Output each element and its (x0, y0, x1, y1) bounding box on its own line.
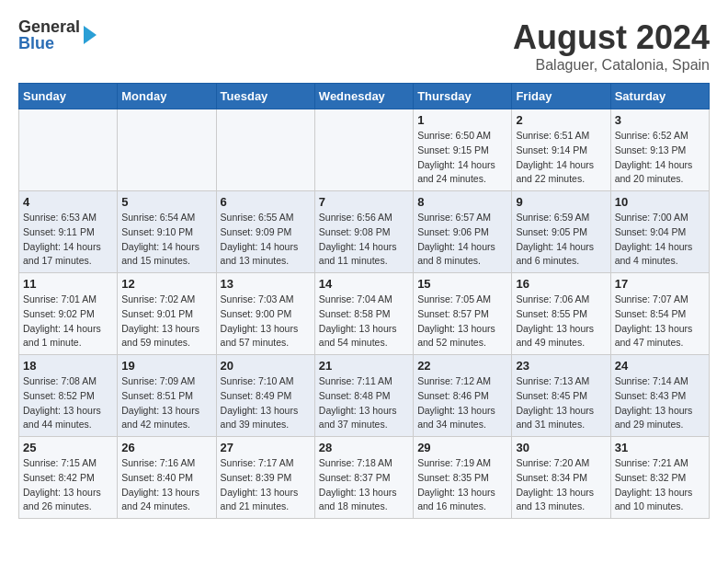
calendar-cell: 11Sunrise: 7:01 AM Sunset: 9:02 PM Dayli… (19, 273, 118, 355)
logo: General Blue (18, 18, 97, 52)
header-thursday: Thursday (414, 84, 512, 109)
day-info: Sunrise: 6:53 AM Sunset: 9:11 PM Dayligh… (23, 211, 113, 269)
calendar-cell (314, 109, 413, 191)
calendar-cell (216, 109, 314, 191)
day-number: 20 (221, 359, 311, 373)
header-friday: Friday (512, 84, 610, 109)
header-sunday: Sunday (19, 84, 118, 109)
day-number: 30 (516, 441, 606, 454)
calendar-cell: 4Sunrise: 6:53 AM Sunset: 9:11 PM Daylig… (19, 191, 118, 273)
day-info: Sunrise: 7:21 AM Sunset: 8:32 PM Dayligh… (615, 456, 705, 514)
calendar-cell: 27Sunrise: 7:17 AM Sunset: 8:39 PM Dayli… (216, 437, 314, 519)
calendar-cell (118, 109, 216, 191)
week-row-3: 11Sunrise: 7:01 AM Sunset: 9:02 PM Dayli… (19, 273, 710, 355)
page-header: General Blue August 2024 Balaguer, Catal… (18, 18, 710, 74)
logo-text: General Blue (18, 18, 80, 52)
calendar-cell: 16Sunrise: 7:06 AM Sunset: 8:55 PM Dayli… (512, 273, 610, 355)
day-number: 13 (221, 277, 311, 291)
day-info: Sunrise: 7:16 AM Sunset: 8:40 PM Dayligh… (121, 456, 211, 514)
day-info: Sunrise: 7:05 AM Sunset: 8:57 PM Dayligh… (417, 293, 507, 350)
day-number: 8 (417, 195, 507, 209)
calendar-table: SundayMondayTuesdayWednesdayThursdayFrid… (18, 83, 710, 519)
logo-blue: Blue (18, 35, 80, 52)
calendar-cell: 24Sunrise: 7:14 AM Sunset: 8:43 PM Dayli… (610, 355, 709, 437)
calendar-cell: 6Sunrise: 6:55 AM Sunset: 9:09 PM Daylig… (216, 191, 314, 273)
calendar-cell: 17Sunrise: 7:07 AM Sunset: 8:54 PM Dayli… (610, 273, 709, 355)
day-info: Sunrise: 7:08 AM Sunset: 8:52 PM Dayligh… (23, 374, 113, 432)
day-info: Sunrise: 7:12 AM Sunset: 8:46 PM Dayligh… (417, 374, 507, 432)
day-number: 1 (417, 113, 507, 127)
calendar-cell: 28Sunrise: 7:18 AM Sunset: 8:37 PM Dayli… (314, 437, 413, 519)
calendar-cell: 10Sunrise: 7:00 AM Sunset: 9:04 PM Dayli… (610, 191, 709, 273)
header-row: SundayMondayTuesdayWednesdayThursdayFrid… (19, 84, 710, 109)
calendar-cell: 2Sunrise: 6:51 AM Sunset: 9:14 PM Daylig… (512, 109, 610, 191)
day-number: 15 (417, 277, 507, 291)
day-number: 25 (23, 441, 113, 454)
day-info: Sunrise: 7:11 AM Sunset: 8:48 PM Dayligh… (319, 374, 409, 432)
day-info: Sunrise: 7:09 AM Sunset: 8:51 PM Dayligh… (121, 374, 211, 432)
day-info: Sunrise: 6:51 AM Sunset: 9:14 PM Dayligh… (516, 129, 606, 187)
calendar-cell: 29Sunrise: 7:19 AM Sunset: 8:35 PM Dayli… (414, 437, 512, 519)
day-info: Sunrise: 7:06 AM Sunset: 8:55 PM Dayligh… (516, 293, 606, 350)
day-number: 3 (615, 113, 705, 127)
day-number: 31 (615, 441, 705, 454)
calendar-cell: 26Sunrise: 7:16 AM Sunset: 8:40 PM Dayli… (118, 437, 216, 519)
calendar-cell: 9Sunrise: 6:59 AM Sunset: 9:05 PM Daylig… (512, 191, 610, 273)
day-number: 17 (615, 277, 705, 291)
day-info: Sunrise: 7:02 AM Sunset: 9:01 PM Dayligh… (121, 293, 211, 350)
day-number: 22 (417, 359, 507, 373)
header-monday: Monday (118, 84, 216, 109)
calendar-cell: 7Sunrise: 6:56 AM Sunset: 9:08 PM Daylig… (314, 191, 413, 273)
day-number: 11 (23, 277, 113, 291)
day-info: Sunrise: 6:59 AM Sunset: 9:05 PM Dayligh… (516, 211, 606, 269)
logo-arrow-icon (84, 26, 97, 44)
page-subtitle: Balaguer, Catalonia, Spain (513, 57, 710, 74)
day-number: 27 (221, 441, 311, 454)
calendar-cell: 31Sunrise: 7:21 AM Sunset: 8:32 PM Dayli… (610, 437, 709, 519)
day-info: Sunrise: 6:56 AM Sunset: 9:08 PM Dayligh… (319, 211, 409, 269)
day-info: Sunrise: 7:07 AM Sunset: 8:54 PM Dayligh… (615, 293, 705, 350)
calendar-header: SundayMondayTuesdayWednesdayThursdayFrid… (19, 84, 710, 109)
day-number: 18 (23, 359, 113, 373)
day-info: Sunrise: 7:13 AM Sunset: 8:45 PM Dayligh… (516, 374, 606, 432)
day-number: 14 (319, 277, 409, 291)
day-number: 28 (319, 441, 409, 454)
day-number: 10 (615, 195, 705, 209)
day-info: Sunrise: 7:03 AM Sunset: 9:00 PM Dayligh… (221, 293, 311, 350)
week-row-4: 18Sunrise: 7:08 AM Sunset: 8:52 PM Dayli… (19, 355, 710, 437)
header-wednesday: Wednesday (314, 84, 413, 109)
calendar-cell: 1Sunrise: 6:50 AM Sunset: 9:15 PM Daylig… (414, 109, 512, 191)
day-number: 19 (121, 359, 211, 373)
day-number: 7 (319, 195, 409, 209)
day-info: Sunrise: 6:50 AM Sunset: 9:15 PM Dayligh… (417, 129, 507, 187)
calendar-cell: 5Sunrise: 6:54 AM Sunset: 9:10 PM Daylig… (118, 191, 216, 273)
day-number: 26 (121, 441, 211, 454)
day-info: Sunrise: 7:18 AM Sunset: 8:37 PM Dayligh… (319, 456, 409, 514)
calendar-cell: 13Sunrise: 7:03 AM Sunset: 9:00 PM Dayli… (216, 273, 314, 355)
week-row-2: 4Sunrise: 6:53 AM Sunset: 9:11 PM Daylig… (19, 191, 710, 273)
day-info: Sunrise: 7:01 AM Sunset: 9:02 PM Dayligh… (23, 293, 113, 350)
day-info: Sunrise: 7:00 AM Sunset: 9:04 PM Dayligh… (615, 211, 705, 269)
calendar-cell: 15Sunrise: 7:05 AM Sunset: 8:57 PM Dayli… (414, 273, 512, 355)
day-info: Sunrise: 7:15 AM Sunset: 8:42 PM Dayligh… (23, 456, 113, 514)
day-info: Sunrise: 6:52 AM Sunset: 9:13 PM Dayligh… (615, 129, 705, 187)
day-number: 6 (221, 195, 311, 209)
calendar-cell: 19Sunrise: 7:09 AM Sunset: 8:51 PM Dayli… (118, 355, 216, 437)
header-saturday: Saturday (610, 84, 709, 109)
calendar-cell (19, 109, 118, 191)
calendar-body: 1Sunrise: 6:50 AM Sunset: 9:15 PM Daylig… (19, 109, 710, 519)
calendar-cell: 25Sunrise: 7:15 AM Sunset: 8:42 PM Dayli… (19, 437, 118, 519)
day-info: Sunrise: 6:57 AM Sunset: 9:06 PM Dayligh… (417, 211, 507, 269)
week-row-1: 1Sunrise: 6:50 AM Sunset: 9:15 PM Daylig… (19, 109, 710, 191)
calendar-cell: 8Sunrise: 6:57 AM Sunset: 9:06 PM Daylig… (414, 191, 512, 273)
day-info: Sunrise: 7:20 AM Sunset: 8:34 PM Dayligh… (516, 456, 606, 514)
calendar-cell: 21Sunrise: 7:11 AM Sunset: 8:48 PM Dayli… (314, 355, 413, 437)
calendar-cell: 12Sunrise: 7:02 AM Sunset: 9:01 PM Dayli… (118, 273, 216, 355)
day-info: Sunrise: 6:55 AM Sunset: 9:09 PM Dayligh… (221, 211, 311, 269)
day-number: 23 (516, 359, 606, 373)
day-info: Sunrise: 7:10 AM Sunset: 8:49 PM Dayligh… (221, 374, 311, 432)
week-row-5: 25Sunrise: 7:15 AM Sunset: 8:42 PM Dayli… (19, 437, 710, 519)
logo-general: General (18, 18, 80, 35)
header-tuesday: Tuesday (216, 84, 314, 109)
day-number: 24 (615, 359, 705, 373)
